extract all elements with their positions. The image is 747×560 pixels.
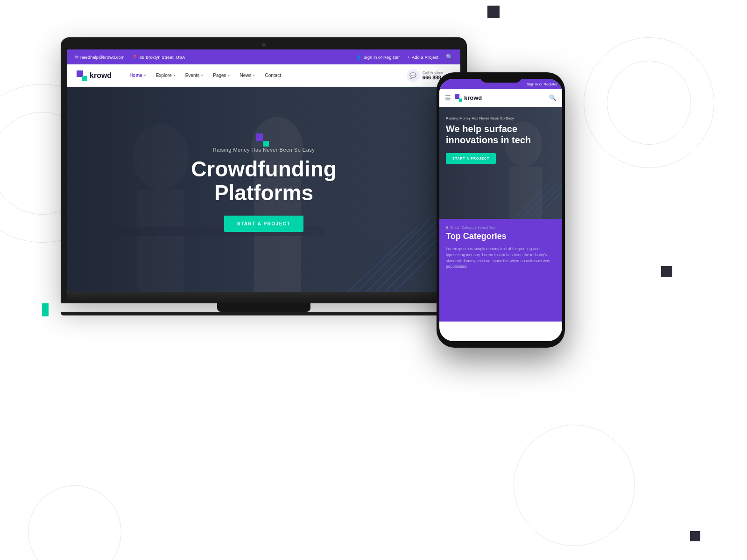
hero-content: Raising Money Has Never Been So Easy Cro… — [191, 147, 337, 232]
laptop-nav: Home ▼ Explore ▼ Events ▼ Pages ▼ — [126, 71, 407, 80]
laptop-topbar: ✉ needhelp@krowd.com 📍 66 Broklyn Street… — [67, 49, 460, 64]
deco-circle-6 — [28, 485, 121, 560]
menu-hamburger-icon[interactable]: ☰ — [445, 94, 451, 102]
topbar-add-project: Add a Project — [412, 55, 438, 60]
deco-square-bottom — [690, 531, 700, 541]
laptop-camera — [262, 43, 266, 47]
location-icon: 📍 — [132, 55, 138, 60]
phone-logo-icon — [455, 94, 462, 102]
phone-hero-subtitle: Raising Money Has Never Been So Easy — [446, 116, 556, 120]
deco-circle-3 — [584, 37, 714, 168]
laptop-logo: krowd — [77, 70, 112, 81]
plus-icon: + — [407, 55, 410, 60]
address-item: 📍 66 Broklyn Street, USA — [132, 55, 185, 60]
chevron-down-icon: ▼ — [173, 74, 176, 77]
hero-cta-button[interactable]: START A PROJECT — [224, 216, 303, 232]
hero-deco-square-1 — [256, 133, 263, 141]
laptop-device: ✉ needhelp@krowd.com 📍 66 Broklyn Street… — [61, 37, 467, 327]
email-item: ✉ needhelp@krowd.com — [75, 55, 125, 60]
deco-circle-4 — [607, 61, 691, 145]
add-project-item[interactable]: + Add a Project — [407, 55, 438, 60]
deco-square-right — [661, 266, 672, 277]
nav-news[interactable]: News ▼ — [236, 71, 260, 80]
logo-text: krowd — [90, 71, 112, 80]
phone-categories: Which Category Intrest You Top Categorie… — [439, 219, 562, 322]
phone-notch — [480, 72, 522, 83]
phone-logo: krowd — [455, 94, 482, 102]
topbar-signin: Sign in or Register — [363, 55, 400, 60]
email-icon: ✉ — [75, 55, 78, 60]
search-icon[interactable]: 🔍 — [446, 54, 453, 60]
phone-hero-content: Raising Money Has Never Been So Easy We … — [439, 107, 562, 170]
chevron-down-icon: ▼ — [227, 74, 231, 77]
nav-explore[interactable]: Explore ▼ — [152, 71, 180, 80]
phone-device: Sign in or Register ☰ krowd 🔍 — [437, 72, 565, 348]
topbar-right: 👤 Sign in or Register + Add a Project 🔍 — [356, 54, 453, 60]
chevron-down-icon: ▼ — [253, 74, 256, 77]
hero-deco-square-2 — [263, 141, 269, 147]
phone-signin-text: Sign in or Register — [527, 82, 557, 86]
phone-category-title: Top Categories — [446, 231, 556, 241]
laptop-screen: ✉ needhelp@krowd.com 📍 66 Broklyn Street… — [67, 49, 460, 292]
chevron-down-icon: ▼ — [200, 74, 204, 77]
hero-decoration — [256, 133, 269, 147]
deco-square-left — [42, 303, 49, 316]
phone-logo-text: krowd — [464, 94, 482, 101]
logo-square-2 — [82, 76, 87, 81]
phone-search-icon[interactable]: 🔍 — [549, 94, 557, 101]
phone-hero: Raising Money Has Never Been So Easy We … — [439, 107, 562, 219]
chevron-down-icon: ▼ — [143, 74, 147, 77]
logo-icon — [77, 70, 87, 81]
phone-topbar: ☰ krowd 🔍 — [439, 89, 562, 107]
phone-logo-square-2 — [459, 98, 462, 102]
laptop-base — [67, 292, 460, 301]
topbar-address: 66 Broklyn Street, USA — [140, 55, 185, 60]
phone-icon: 💬 — [407, 69, 420, 82]
hero-title: Crowdfunding Platforms — [191, 157, 337, 204]
laptop-stand — [217, 303, 310, 312]
topbar-left: ✉ needhelp@krowd.com 📍 66 Broklyn Street… — [75, 55, 185, 60]
nav-pages[interactable]: Pages ▼ — [209, 71, 234, 80]
phone-hero-title: We help surface innovations in tech — [446, 123, 556, 146]
laptop-navbar: krowd Home ▼ Explore ▼ Events ▼ — [67, 64, 460, 87]
nav-home[interactable]: Home ▼ — [126, 71, 150, 80]
phone-category-label: Which Category Intrest You — [446, 225, 556, 230]
phone-body: Sign in or Register ☰ krowd 🔍 — [437, 72, 565, 348]
phone-category-body: Lorem ipsum is simply dummy text of the … — [446, 246, 556, 270]
deco-square-top — [487, 6, 500, 18]
laptop-hero: Raising Money Has Never Been So Easy Cro… — [67, 87, 460, 292]
nav-contact[interactable]: Contact — [261, 71, 284, 80]
user-icon: 👤 — [356, 55, 361, 60]
laptop-body: ✉ needhelp@krowd.com 📍 66 Broklyn Street… — [61, 37, 467, 303]
hero-subtitle: Raising Money Has Never Been So Easy — [191, 147, 337, 153]
phone-screen: Sign in or Register ☰ krowd 🔍 — [439, 79, 562, 341]
phone-hero-cta-button[interactable]: START A PROJECT — [446, 153, 496, 164]
laptop-foot — [61, 312, 467, 315]
category-dot — [446, 226, 448, 229]
signin-item[interactable]: 👤 Sign in or Register — [356, 55, 400, 60]
deco-circle-5 — [514, 425, 635, 546]
nav-events[interactable]: Events ▼ — [182, 71, 208, 80]
topbar-email: needhelp@krowd.com — [80, 55, 125, 60]
